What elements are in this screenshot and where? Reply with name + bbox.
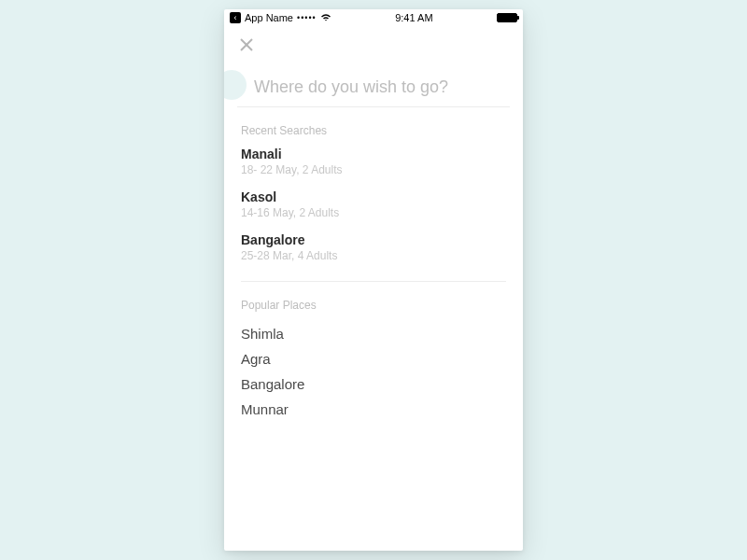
- popular-item[interactable]: Munnar: [241, 397, 506, 422]
- recent-item-detail: 14-16 May, 2 Adults: [241, 206, 506, 219]
- search-accent-circle: [224, 70, 247, 100]
- popular-item[interactable]: Bangalore: [241, 371, 506, 397]
- recent-item-detail: 18- 22 May, 2 Adults: [241, 163, 506, 176]
- statusbar-left: ‹ App Name •••••: [230, 12, 331, 23]
- phone-frame: ‹ App Name ••••• 9:41 AM Recent Searches…: [224, 9, 523, 551]
- recent-searches-section: Recent Searches Manali 18- 22 May, 2 Adu…: [224, 107, 523, 275]
- close-row: [224, 26, 523, 55]
- recent-item[interactable]: Kasol 14-16 May, 2 Adults: [241, 189, 506, 219]
- recent-item-detail: 25-28 Mar, 4 Adults: [241, 249, 506, 262]
- recent-item[interactable]: Manali 18- 22 May, 2 Adults: [241, 147, 506, 176]
- statusbar-right: [497, 13, 517, 22]
- popular-item[interactable]: Agra: [241, 346, 506, 371]
- back-icon: ‹: [230, 12, 241, 23]
- search-input[interactable]: [254, 77, 510, 97]
- battery-icon: [497, 13, 517, 22]
- close-icon: [240, 38, 253, 51]
- close-button[interactable]: [237, 35, 256, 54]
- popular-places-section: Popular Places Shimla Agra Bangalore Mun…: [224, 282, 523, 422]
- recent-item[interactable]: Bangalore 25-28 Mar, 4 Adults: [241, 232, 506, 262]
- search-field-wrap: [237, 72, 510, 107]
- wifi-icon: [320, 13, 331, 23]
- signal-dots-icon: •••••: [297, 13, 317, 22]
- clock: 9:41 AM: [395, 12, 432, 23]
- app-name: App Name: [245, 12, 293, 23]
- recent-item-name: Bangalore: [241, 232, 506, 247]
- recent-item-name: Kasol: [241, 189, 506, 204]
- popular-places-header: Popular Places: [241, 299, 506, 312]
- status-bar: ‹ App Name ••••• 9:41 AM: [224, 9, 523, 26]
- recent-searches-header: Recent Searches: [241, 124, 506, 137]
- recent-item-name: Manali: [241, 147, 506, 161]
- popular-item[interactable]: Shimla: [241, 321, 506, 346]
